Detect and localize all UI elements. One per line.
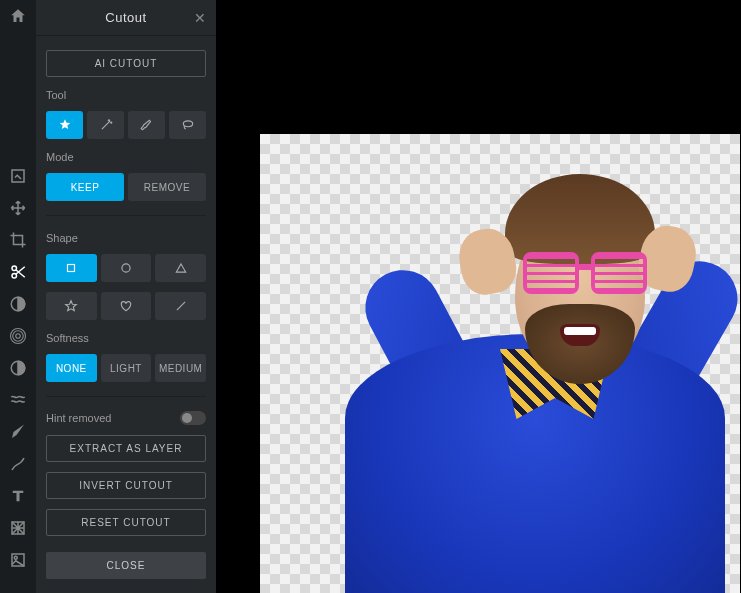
softness-medium-button[interactable]: MEDIUM [155, 354, 206, 382]
ai-cutout-button[interactable]: AI CUTOUT [46, 50, 206, 77]
svg-point-13 [122, 264, 130, 272]
pattern-tool-icon[interactable] [6, 516, 30, 540]
extract-as-layer-button[interactable]: EXTRACT AS LAYER [46, 435, 206, 462]
reset-cutout-button[interactable]: RESET CUTOUT [46, 509, 206, 536]
home-icon[interactable] [6, 4, 30, 28]
shape-circle[interactable] [101, 254, 152, 282]
tool-magic[interactable] [46, 111, 83, 139]
canvas[interactable] [260, 134, 740, 593]
move-tool-icon[interactable] [6, 196, 30, 220]
invert-cutout-button[interactable]: INVERT CUTOUT [46, 472, 206, 499]
close-button[interactable]: CLOSE [46, 552, 206, 579]
panel-header: Cutout ✕ [36, 0, 216, 36]
shape-heart[interactable] [101, 292, 152, 320]
shape-label: Shape [46, 232, 206, 244]
close-icon[interactable]: ✕ [194, 10, 206, 26]
retouch-tool-icon[interactable] [6, 420, 30, 444]
softness-label: Softness [46, 332, 206, 344]
text-tool-icon[interactable] [6, 484, 30, 508]
panel-title: Cutout [105, 10, 146, 25]
shape-star[interactable] [46, 292, 97, 320]
svg-point-10 [14, 556, 17, 559]
softness-none-button[interactable]: NONE [46, 354, 97, 382]
tool-label: Tool [46, 89, 206, 101]
tool-lasso[interactable] [169, 111, 206, 139]
shape-triangle[interactable] [155, 254, 206, 282]
liquify-tool-icon[interactable] [6, 388, 30, 412]
filter-tool-icon[interactable] [6, 324, 30, 348]
left-toolbar [0, 0, 36, 593]
softness-light-button[interactable]: LIGHT [101, 354, 152, 382]
svg-point-4 [16, 334, 21, 339]
hint-removed-label: Hint removed [46, 412, 111, 424]
tool-wand[interactable] [87, 111, 124, 139]
draw-tool-icon[interactable] [6, 452, 30, 476]
adjust-tool-icon[interactable] [6, 292, 30, 316]
hint-removed-toggle[interactable] [180, 411, 206, 425]
contrast-tool-icon[interactable] [6, 356, 30, 380]
cutout-tool-icon[interactable] [6, 260, 30, 284]
mode-keep-button[interactable]: KEEP [46, 173, 124, 201]
cutout-panel: Cutout ✕ AI CUTOUT Tool Mode [36, 0, 216, 593]
shape-square[interactable] [46, 254, 97, 282]
svg-rect-12 [68, 265, 75, 272]
svg-point-11 [183, 121, 192, 127]
mode-remove-button[interactable]: REMOVE [128, 173, 206, 201]
image-tool-icon[interactable] [6, 164, 30, 188]
crop-tool-icon[interactable] [6, 228, 30, 252]
element-tool-icon[interactable] [6, 548, 30, 572]
svg-point-5 [13, 331, 24, 342]
canvas-area [216, 0, 741, 593]
shape-line[interactable] [155, 292, 206, 320]
mode-label: Mode [46, 151, 206, 163]
tool-brush[interactable] [128, 111, 165, 139]
cutout-subject [315, 134, 740, 593]
